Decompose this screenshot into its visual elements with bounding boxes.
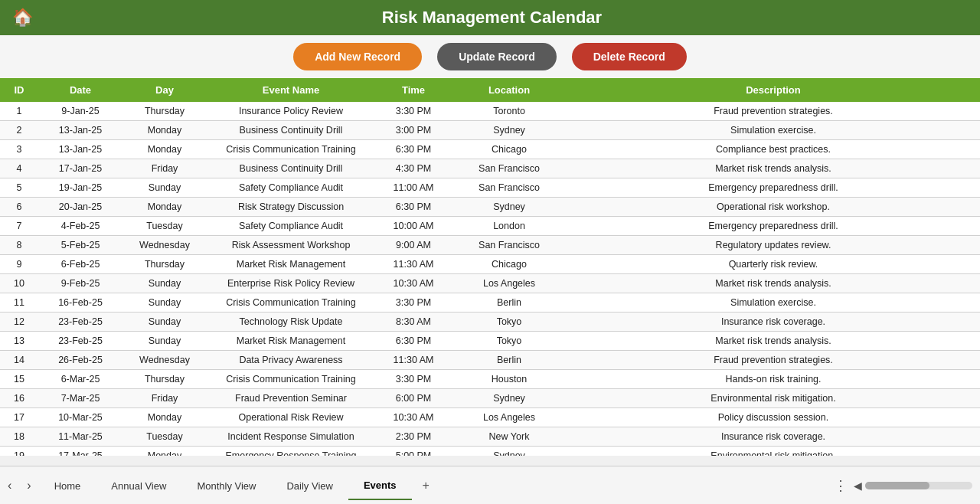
update-record-button[interactable]: Update Record <box>437 43 557 70</box>
table-cell: Technology Risk Update <box>207 313 375 331</box>
nav-tab-events[interactable]: Events <box>348 470 412 500</box>
table-cell: Berlin <box>452 351 567 369</box>
table-row[interactable]: 167-Mar-25FridayFraud Prevention Seminar… <box>0 389 980 408</box>
table-cell: Tokyo <box>452 313 567 331</box>
nav-tab-daily-view[interactable]: Daily View <box>271 471 348 499</box>
table-cell: 1 <box>0 102 38 120</box>
table-cell: 6 <box>0 198 38 216</box>
table-cell: Sunday <box>122 293 207 312</box>
nav-tab-monthly-view[interactable]: Monthly View <box>181 471 271 499</box>
table-cell: Monday <box>122 198 207 216</box>
table-cell: Enterprise Risk Policy Review <box>207 274 375 293</box>
add-tab-button[interactable]: + <box>412 471 440 500</box>
table-cell: 17-Jan-25 <box>38 159 122 178</box>
table-cell: Simulation exercise. <box>567 121 980 139</box>
table-row[interactable]: 1917-Mar-25MondayEmergency Response Trai… <box>0 447 980 456</box>
col-date: Date <box>38 83 122 97</box>
table-cell: Fraud prevention strategies. <box>567 351 980 369</box>
table-row[interactable]: 313-Jan-25MondayCrisis Communication Tra… <box>0 140 980 159</box>
table-cell: 10:30 AM <box>375 274 452 293</box>
table-row[interactable]: 417-Jan-25FridayBusiness Continuity Dril… <box>0 159 980 178</box>
table-cell: 8:30 AM <box>375 313 452 331</box>
table-row[interactable]: 213-Jan-25MondayBusiness Continuity Dril… <box>0 121 980 140</box>
table-cell: Hands-on risk training. <box>567 370 980 388</box>
table-cell: 19 <box>0 447 38 456</box>
table-row[interactable]: 19-Jan-25ThursdayInsurance Policy Review… <box>0 102 980 121</box>
table-cell: Friday <box>122 389 207 407</box>
table-cell: Los Angeles <box>452 274 567 293</box>
scroll-left-icon[interactable]: ◀ <box>854 479 862 492</box>
table-cell: 5:00 PM <box>375 447 452 456</box>
table-row[interactable]: 1323-Feb-25SundayMarket Risk Management6… <box>0 332 980 351</box>
table-cell: Toronto <box>452 102 567 120</box>
table-cell: Sydney <box>452 121 567 139</box>
table-row[interactable]: 74-Feb-25TuesdaySafety Compliance Audit1… <box>0 217 980 236</box>
table-cell: Monday <box>122 408 207 427</box>
table-cell: Sunday <box>122 274 207 293</box>
scroll-track[interactable] <box>865 482 972 489</box>
table-cell: 7-Mar-25 <box>38 389 122 407</box>
table-cell: New York <box>452 427 567 446</box>
table-cell: 15 <box>0 370 38 388</box>
table-cell: Quarterly risk review. <box>567 255 980 273</box>
table-row[interactable]: 156-Mar-25ThursdayCrisis Communication T… <box>0 370 980 389</box>
more-options-button[interactable]: ⋮ <box>834 477 848 494</box>
table-row[interactable]: 1811-Mar-25TuesdayIncident Response Simu… <box>0 427 980 447</box>
nav-next-arrow[interactable]: › <box>19 479 38 493</box>
table-row[interactable]: 1223-Feb-25SundayTechnology Risk Update8… <box>0 313 980 332</box>
table-cell: 4:30 PM <box>375 159 452 178</box>
table-cell: Monday <box>122 447 207 456</box>
table-row[interactable]: 109-Feb-25SundayEnterprise Risk Policy R… <box>0 274 980 293</box>
table-row[interactable]: 1116-Feb-25SundayCrisis Communication Tr… <box>0 293 980 313</box>
nav-prev-arrow[interactable]: ‹ <box>0 479 19 493</box>
nav-tab-home[interactable]: Home <box>39 471 96 499</box>
table-cell: Monday <box>122 121 207 139</box>
delete-record-button[interactable]: Delete Record <box>572 43 687 70</box>
table-cell: Sunday <box>122 313 207 331</box>
table-cell: 12 <box>0 313 38 331</box>
table-cell: 9:00 AM <box>375 236 452 254</box>
table-cell: Insurance Policy Review <box>207 102 375 120</box>
table-cell: 18 <box>0 427 38 446</box>
table-cell: Sunday <box>122 178 207 197</box>
table-cell: Market risk trends analysis. <box>567 274 980 293</box>
table-cell: Market Risk Management <box>207 255 375 273</box>
table-cell: Operational risk workshop. <box>567 198 980 216</box>
table-cell: 11:30 AM <box>375 255 452 273</box>
app-title: Risk Management Calendar <box>42 8 942 28</box>
table-cell: Tokyo <box>452 332 567 350</box>
table-cell: Data Privacy Awareness <box>207 351 375 369</box>
table-cell: 10:00 AM <box>375 217 452 235</box>
table-row[interactable]: 85-Feb-25WednesdayRisk Assessment Worksh… <box>0 236 980 255</box>
table-cell: Tuesday <box>122 217 207 235</box>
table-cell: 13-Jan-25 <box>38 140 122 159</box>
table-cell: Crisis Communication Training <box>207 293 375 312</box>
add-record-button[interactable]: Add New Record <box>293 43 422 70</box>
table-cell: San Francisco <box>452 178 567 197</box>
table-cell: 6:30 PM <box>375 140 452 159</box>
table-cell: 23-Feb-25 <box>38 313 122 331</box>
col-description: Description <box>567 83 980 97</box>
table-cell: 8 <box>0 236 38 254</box>
table-cell: Los Angeles <box>452 408 567 427</box>
table-cell: 11-Mar-25 <box>38 427 122 446</box>
table-row[interactable]: 96-Feb-25ThursdayMarket Risk Management1… <box>0 255 980 274</box>
scroll-thumb <box>865 482 929 489</box>
table-cell: 10:30 AM <box>375 408 452 427</box>
table-cell: Safety Compliance Audit <box>207 178 375 197</box>
table-cell: 17 <box>0 408 38 427</box>
table-row[interactable]: 519-Jan-25SundaySafety Compliance Audit1… <box>0 178 980 198</box>
table-cell: 5-Feb-25 <box>38 236 122 254</box>
table-row[interactable]: 1426-Feb-25WednesdayData Privacy Awarene… <box>0 351 980 370</box>
home-icon[interactable]: 🏠 <box>12 8 33 28</box>
table-cell: Houston <box>452 370 567 388</box>
col-location: Location <box>452 83 567 97</box>
table-cell: Fraud Prevention Seminar <box>207 389 375 407</box>
table-cell: 3:00 PM <box>375 121 452 139</box>
nav-tab-annual-view[interactable]: Annual View <box>96 471 181 499</box>
table-row[interactable]: 1710-Mar-25MondayOperational Risk Review… <box>0 408 980 427</box>
table-row[interactable]: 620-Jan-25MondayRisk Strategy Discussion… <box>0 198 980 217</box>
table-cell: 3 <box>0 140 38 159</box>
table-cell: Environmental risk mitigation. <box>567 447 980 456</box>
table-cell: Market Risk Management <box>207 332 375 350</box>
